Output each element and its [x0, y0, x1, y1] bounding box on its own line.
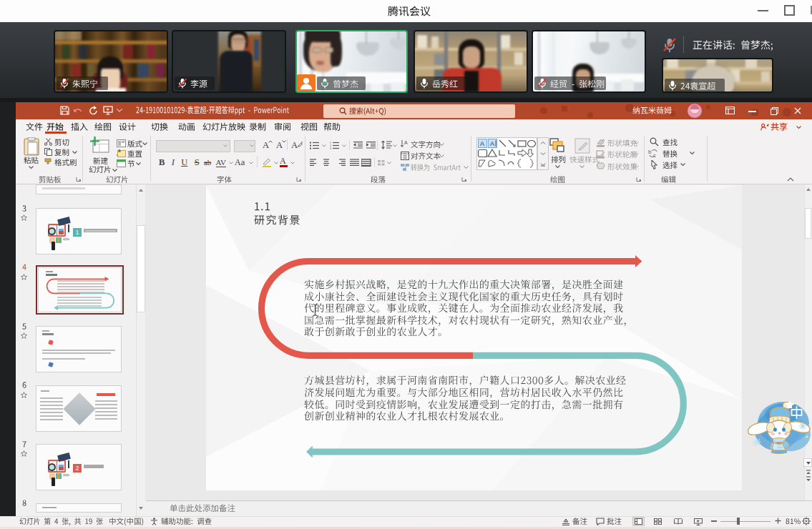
svg-text:A: A	[490, 140, 494, 147]
svg-text:A: A	[404, 140, 408, 145]
svg-text:3: 3	[330, 147, 331, 149]
svg-text:c: c	[653, 152, 656, 158]
svg-text:b: b	[648, 149, 652, 155]
svg-text:A: A	[480, 140, 484, 147]
